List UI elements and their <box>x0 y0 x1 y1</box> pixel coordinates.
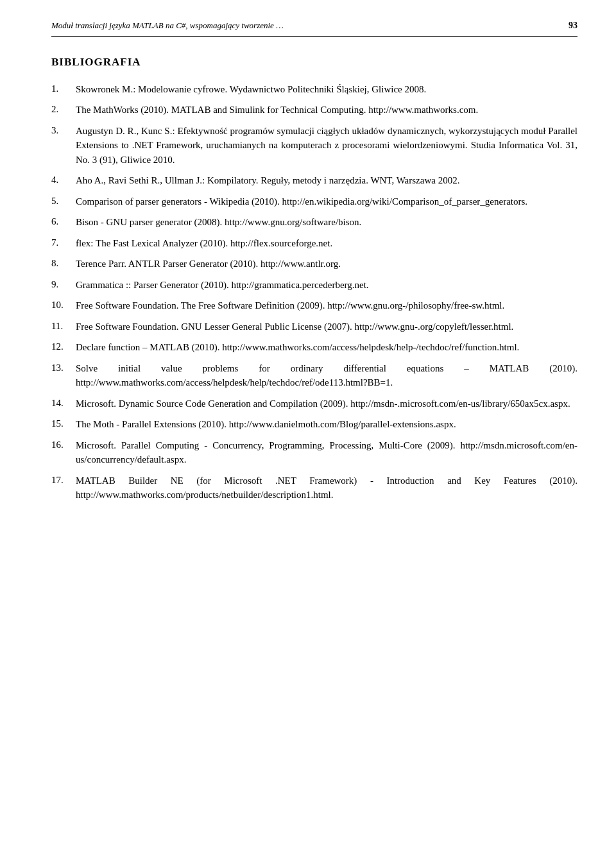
ref-number: 16. <box>51 438 76 467</box>
ref-number: 14. <box>51 397 76 411</box>
header-page-number: 93 <box>569 19 578 32</box>
ref-number: 10. <box>51 298 76 313</box>
list-item: 15.The Moth - Parallel Extensions (2010)… <box>51 417 578 432</box>
list-item: 17.MATLAB Builder NE (for Microsoft .NET… <box>51 474 578 502</box>
ref-text: MATLAB Builder NE (for Microsoft .NET Fr… <box>76 474 578 502</box>
list-item: 13.Solve initial value problems for ordi… <box>51 361 578 390</box>
ref-number: 13. <box>51 361 76 390</box>
section-title: BIBLIOGRAFIA <box>51 55 578 71</box>
ref-text: flex: The Fast Lexical Analyzer (2010). … <box>76 236 578 251</box>
ref-text: Declare function – MATLAB (2010). http:/… <box>76 340 578 355</box>
ref-text: Free Software Foundation. The Free Softw… <box>76 298 578 313</box>
ref-number: 17. <box>51 474 76 502</box>
list-item: 4.Aho A., Ravi Sethi R., Ullman J.: Komp… <box>51 173 578 188</box>
ref-text: Microsoft. Parallel Computing - Concurre… <box>76 438 578 467</box>
ref-text: Microsoft. Dynamic Source Code Generatio… <box>76 397 578 411</box>
list-item: 6.Bison - GNU parser generator (2008). h… <box>51 215 578 230</box>
ref-text: Terence Parr. ANTLR Parser Generator (20… <box>76 257 578 271</box>
list-item: 7.flex: The Fast Lexical Analyzer (2010)… <box>51 236 578 251</box>
ref-number: 8. <box>51 257 76 271</box>
list-item: 14.Microsoft. Dynamic Source Code Genera… <box>51 397 578 411</box>
list-item: 2.The MathWorks (2010). MATLAB and Simul… <box>51 103 578 117</box>
ref-text: Comparison of parser generators - Wikipe… <box>76 194 578 209</box>
ref-text: The MathWorks (2010). MATLAB and Simulin… <box>76 103 578 117</box>
ref-number: 6. <box>51 215 76 230</box>
ref-number: 11. <box>51 320 76 334</box>
list-item: 11.Free Software Foundation. GNU Lesser … <box>51 320 578 334</box>
ref-text: The Moth - Parallel Extensions (2010). h… <box>76 417 578 432</box>
ref-number: 2. <box>51 103 76 117</box>
ref-number: 4. <box>51 173 76 188</box>
list-item: 9.Grammatica :: Parser Generator (2010).… <box>51 278 578 293</box>
ref-number: 5. <box>51 194 76 209</box>
list-item: 16.Microsoft. Parallel Computing - Concu… <box>51 438 578 467</box>
list-item: 12.Declare function – MATLAB (2010). htt… <box>51 340 578 355</box>
ref-text: Bison - GNU parser generator (2008). htt… <box>76 215 578 230</box>
ref-text: Skowronek M.: Modelowanie cyfrowe. Wydaw… <box>76 82 578 97</box>
ref-number: 7. <box>51 236 76 251</box>
list-item: 5.Comparison of parser generators - Wiki… <box>51 194 578 209</box>
header-title: Moduł translacji języka MATLAB na C#, ws… <box>51 20 284 32</box>
list-item: 1.Skowronek M.: Modelowanie cyfrowe. Wyd… <box>51 82 578 97</box>
bibliography-list: 1.Skowronek M.: Modelowanie cyfrowe. Wyd… <box>51 82 578 502</box>
ref-number: 9. <box>51 278 76 293</box>
list-item: 10.Free Software Foundation. The Free So… <box>51 298 578 313</box>
ref-text: Solve initial value problems for ordinar… <box>76 361 578 390</box>
ref-number: 1. <box>51 82 76 97</box>
ref-text: Grammatica :: Parser Generator (2010). h… <box>76 278 578 293</box>
ref-number: 12. <box>51 340 76 355</box>
page: Moduł translacji języka MATLAB na C#, ws… <box>0 0 616 854</box>
list-item: 8.Terence Parr. ANTLR Parser Generator (… <box>51 257 578 271</box>
list-item: 3.Augustyn D. R., Kunc S.: Efektywność p… <box>51 124 578 167</box>
ref-text: Augustyn D. R., Kunc S.: Efektywność pro… <box>76 124 578 167</box>
page-header: Moduł translacji języka MATLAB na C#, ws… <box>51 19 578 37</box>
ref-text: Aho A., Ravi Sethi R., Ullman J.: Kompil… <box>76 173 578 188</box>
ref-number: 15. <box>51 417 76 432</box>
ref-text: Free Software Foundation. GNU Lesser Gen… <box>76 320 578 334</box>
ref-number: 3. <box>51 124 76 167</box>
